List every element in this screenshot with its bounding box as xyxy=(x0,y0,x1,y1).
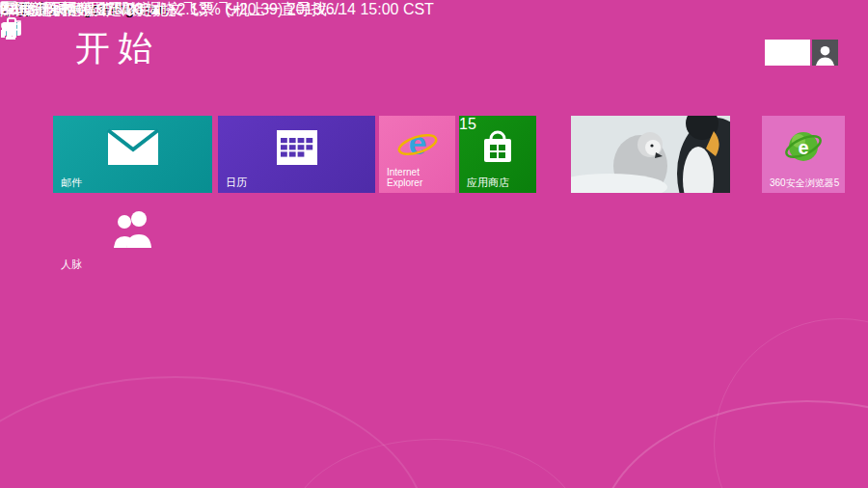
tile-label: 应用商店 xyxy=(467,176,509,188)
start-screen: 开始 邮件 日历 xyxy=(0,0,868,488)
360-browser-icon: e xyxy=(762,116,845,179)
svg-text:e: e xyxy=(798,137,808,158)
tile-label: 人脉 xyxy=(61,258,82,270)
background-swirl xyxy=(714,318,868,488)
person-icon xyxy=(814,43,836,66)
penguin-photo xyxy=(571,116,730,193)
user-avatar[interactable] xyxy=(812,40,838,66)
tile-label: 邮件 xyxy=(61,176,82,188)
tile-news[interactable]: 竞选民意调查即将揭晓 xyxy=(0,0,176,20)
background-swirl xyxy=(598,400,868,488)
calendar-icon xyxy=(218,116,375,179)
internet-explorer-icon: e xyxy=(379,116,455,174)
tile-bing[interactable]: 必应 Bing xyxy=(571,116,730,193)
news-banner: 竞选民意调查即将揭晓 xyxy=(0,0,176,20)
tile-store[interactable]: 应用商店 15 xyxy=(459,116,536,193)
tile-label: 日历 xyxy=(226,176,247,188)
svg-text:e: e xyxy=(408,125,426,161)
user-name-box[interactable] xyxy=(765,40,810,66)
mail-icon xyxy=(53,116,212,179)
background-swirl xyxy=(0,376,428,488)
people-icon xyxy=(53,198,212,261)
tile-calendar[interactable]: 日历 xyxy=(218,116,375,193)
store-icon xyxy=(459,116,536,179)
tile-label: 360安全浏览器5 xyxy=(770,177,839,188)
background-swirl xyxy=(289,439,581,488)
tile-internet-explorer[interactable]: e InternetExplorer xyxy=(379,116,455,193)
tile-360-browser[interactable]: e 360安全浏览器5 xyxy=(762,116,845,193)
tile-people[interactable]: 人脉 xyxy=(53,198,212,275)
newspaper-icon xyxy=(0,1,17,14)
tile-label: InternetExplorer xyxy=(387,167,422,188)
news-caption: 竞选民意调查即将揭晓 xyxy=(21,1,176,17)
tile-mail[interactable]: 邮件 xyxy=(53,116,212,193)
trophy-icon xyxy=(0,20,342,45)
